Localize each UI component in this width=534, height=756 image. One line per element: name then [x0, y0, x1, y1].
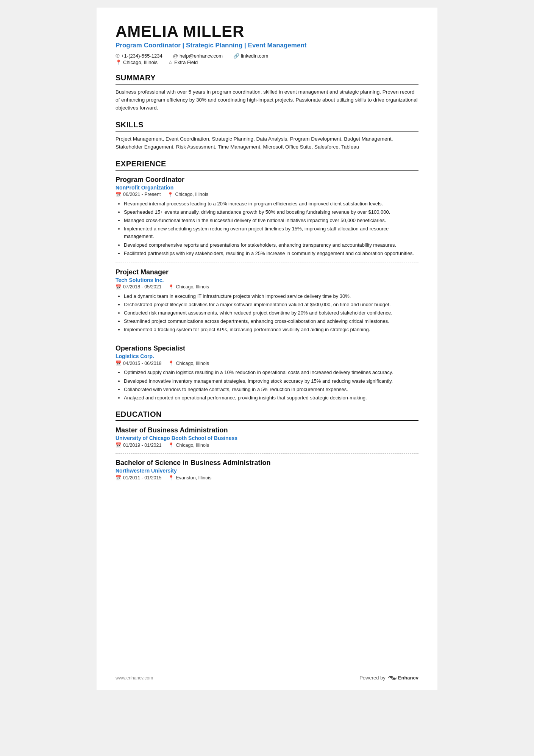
- job-3-dates: 📅 04/2015 - 06/2018: [116, 360, 161, 366]
- list-item: Analyzed and reported on operational per…: [124, 394, 418, 402]
- experience-title: EXPERIENCE: [116, 160, 418, 171]
- calendar-icon-3: 📅: [116, 360, 122, 366]
- contact-row-2: 📍 Chicago, Illinois ☆ Extra Field: [116, 59, 418, 65]
- location-icon: 📍: [116, 59, 122, 65]
- job-1-location: 📍 Chicago, Illinois: [167, 192, 208, 197]
- degree-1-meta: 📅 01/2019 - 01/2021 📍 Chicago, Illinois: [116, 442, 418, 448]
- job-3-title: Operations Specialist: [116, 344, 418, 352]
- list-item: Orchestrated project lifecycle activitie…: [124, 301, 418, 308]
- calendar-icon-2: 📅: [116, 284, 122, 290]
- degree-2: Bachelor of Science in Business Administ…: [116, 459, 418, 481]
- summary-section: SUMMARY Business professional with over …: [116, 74, 418, 112]
- footer-website: www.enhancv.com: [116, 675, 153, 681]
- calendar-icon-edu-2: 📅: [116, 475, 122, 481]
- job-3-location: 📍 Chicago, Illinois: [168, 360, 209, 366]
- job-1-title: Program Coordinator: [116, 176, 418, 184]
- job-divider-2: [116, 339, 418, 339]
- enhancv-logo-icon: [388, 675, 397, 681]
- resume-page: AMELIA MILLER Program Coordinator | Stra…: [97, 8, 437, 690]
- list-item: Revamped internal processes leading to a…: [124, 200, 418, 208]
- job-3-company: Logistics Corp.: [116, 353, 418, 359]
- degree-2-meta: 📅 01/2011 - 01/2015 📍 Evanston, Illinois: [116, 475, 418, 481]
- list-item: Facilitated partnerships with key stakeh…: [124, 250, 418, 257]
- location-icon-edu-1: 📍: [168, 442, 174, 448]
- degree-2-school: Northwestern University: [116, 468, 418, 474]
- experience-section: EXPERIENCE Program Coordinator NonProfit…: [116, 160, 418, 402]
- job-2-meta: 📅 07/2018 - 05/2021 📍 Chicago, Illinois: [116, 284, 418, 290]
- candidate-name: AMELIA MILLER: [116, 23, 418, 40]
- list-item: Implemented a tracking system for projec…: [124, 326, 418, 333]
- list-item: Implemented a new scheduling system redu…: [124, 225, 418, 240]
- list-item: Spearheaded 15+ events annually, driving…: [124, 208, 418, 216]
- job-2-bullets: Led a dynamic team in executing IT infra…: [116, 293, 418, 334]
- job-1-bullets: Revamped internal processes leading to a…: [116, 200, 418, 257]
- brand-name: Enhancv: [398, 675, 418, 681]
- location-icon-edu-2: 📍: [168, 475, 174, 481]
- footer-brand: Powered by Enhancv: [359, 675, 418, 681]
- list-item: Managed cross-functional teams in the su…: [124, 217, 418, 224]
- skills-text: Project Management, Event Coordination, …: [116, 135, 418, 151]
- list-item: Developed comprehensive reports and pres…: [124, 241, 418, 249]
- list-item: Optimized supply chain logistics resulti…: [124, 369, 418, 376]
- degree-1-name: Master of Business Administration: [116, 426, 418, 434]
- degree-2-location: 📍 Evanston, Illinois: [168, 475, 211, 481]
- degree-1-location: 📍 Chicago, Illinois: [168, 442, 209, 448]
- job-2-title: Project Manager: [116, 268, 418, 276]
- header: AMELIA MILLER Program Coordinator | Stra…: [116, 23, 418, 65]
- list-item: Conducted risk management assessments, w…: [124, 309, 418, 317]
- job-2: Project Manager Tech Solutions Inc. 📅 07…: [116, 268, 418, 334]
- email-icon: @: [173, 53, 178, 59]
- location-icon-3: 📍: [168, 360, 174, 366]
- degree-1-dates: 📅 01/2019 - 01/2021: [116, 442, 161, 448]
- location-icon-1: 📍: [167, 192, 173, 197]
- job-3: Operations Specialist Logistics Corp. 📅 …: [116, 344, 418, 402]
- contact-row-1: ✆ +1-(234)-555-1234 @ help@enhancv.com 🔗…: [116, 53, 418, 59]
- calendar-icon-edu-1: 📅: [116, 442, 122, 448]
- job-1: Program Coordinator NonProfit Organizati…: [116, 176, 418, 257]
- skills-title: SKILLS: [116, 121, 418, 131]
- phone-contact: ✆ +1-(234)-555-1234: [116, 53, 162, 59]
- summary-title: SUMMARY: [116, 74, 418, 85]
- extra-field-contact: ☆ Extra Field: [168, 59, 198, 65]
- education-title: EDUCATION: [116, 410, 418, 421]
- job-2-dates: 📅 07/2018 - 05/2021: [116, 284, 161, 290]
- job-1-company: NonProfit Organization: [116, 185, 418, 191]
- location-contact: 📍 Chicago, Illinois: [116, 59, 158, 65]
- job-divider-1: [116, 263, 418, 263]
- linkedin-contact: 🔗 linkedin.com: [233, 53, 268, 59]
- degree-2-name: Bachelor of Science in Business Administ…: [116, 459, 418, 467]
- candidate-title: Program Coordinator | Strategic Planning…: [116, 42, 418, 49]
- powered-by-text: Powered by: [359, 675, 386, 681]
- list-item: Led a dynamic team in executing IT infra…: [124, 293, 418, 300]
- degree-1-school: University of Chicago Booth School of Bu…: [116, 435, 418, 441]
- location-icon-2: 📍: [168, 284, 174, 290]
- calendar-icon-1: 📅: [116, 192, 122, 197]
- job-3-bullets: Optimized supply chain logistics resulti…: [116, 369, 418, 402]
- edu-divider-1: [116, 453, 418, 454]
- job-3-meta: 📅 04/2015 - 06/2018 📍 Chicago, Illinois: [116, 360, 418, 366]
- email-contact: @ help@enhancv.com: [173, 53, 223, 59]
- degree-1: Master of Business Administration Univer…: [116, 426, 418, 448]
- star-icon: ☆: [168, 59, 173, 65]
- job-2-location: 📍 Chicago, Illinois: [168, 284, 209, 290]
- skills-section: SKILLS Project Management, Event Coordin…: [116, 121, 418, 151]
- list-item: Developed innovative inventory managemen…: [124, 377, 418, 385]
- enhancv-logo: Enhancv: [388, 675, 418, 681]
- phone-icon: ✆: [116, 53, 120, 59]
- list-item: Streamlined project communications acros…: [124, 318, 418, 325]
- job-1-dates: 📅 06/2021 - Present: [116, 192, 161, 197]
- list-item: Collaborated with vendors to negotiate c…: [124, 386, 418, 393]
- job-1-meta: 📅 06/2021 - Present 📍 Chicago, Illinois: [116, 192, 418, 197]
- degree-2-dates: 📅 01/2011 - 01/2015: [116, 475, 161, 481]
- summary-text: Business professional with over 5 years …: [116, 88, 418, 112]
- linkedin-icon: 🔗: [233, 53, 239, 59]
- education-section: EDUCATION Master of Business Administrat…: [116, 410, 418, 481]
- page-footer: www.enhancv.com Powered by Enhancv: [116, 675, 418, 681]
- job-2-company: Tech Solutions Inc.: [116, 277, 418, 283]
